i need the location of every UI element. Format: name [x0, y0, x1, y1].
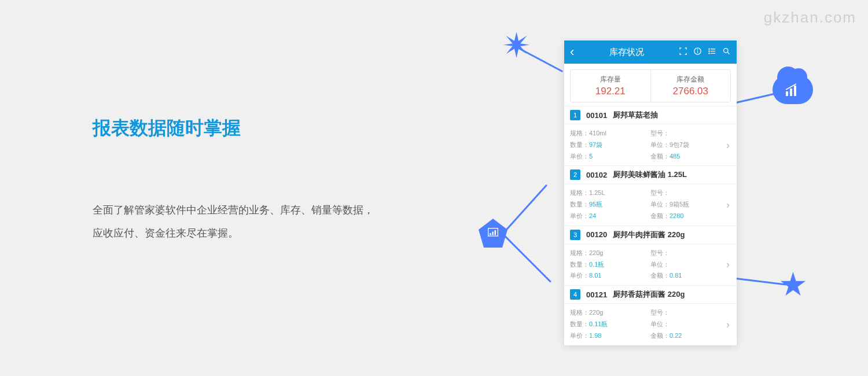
- item-model: 型号：: [650, 128, 731, 139]
- watermark-text: gkzhan.com: [764, 9, 856, 27]
- item-number: 1: [570, 110, 580, 120]
- item-body: 规格：410ml 型号： 数量：97袋 单位：9包7袋 单价：5 金额：485 …: [564, 124, 737, 165]
- item-spec: 规格：1.25L: [570, 187, 650, 199]
- item-header: 1 00101 厨邦草菇老抽: [564, 106, 737, 124]
- svg-rect-4: [495, 230, 496, 235]
- item-code: 00121: [586, 290, 607, 299]
- item-unit: 单位：9包7袋: [650, 139, 731, 151]
- item-spec: 规格：220g: [570, 307, 650, 319]
- header-title: 库存状况: [609, 47, 644, 58]
- svg-rect-7: [794, 86, 796, 96]
- item-name: 厨邦美味鲜酱油 1.25L: [613, 169, 687, 180]
- item-price: 单价：1.98: [570, 330, 650, 342]
- item-header: 4 00121 厨邦香菇拌面酱 220g: [564, 286, 737, 303]
- summary-qty-label: 库存量: [571, 75, 650, 84]
- svg-point-17: [723, 48, 728, 53]
- item-spec: 规格：410ml: [570, 128, 650, 139]
- item-amount: 金额：2280: [650, 211, 731, 222]
- item-number: 2: [570, 169, 580, 180]
- item-name: 厨邦牛肉拌面酱 220g: [613, 230, 685, 240]
- item-spec: 规格：220g: [570, 248, 650, 259]
- list-item[interactable]: 4 00121 厨邦香菇拌面酱 220g 规格：220g 型号： 数量：0.11…: [564, 285, 737, 345]
- page-description: 全面了解管家婆软件中企业经营的业务、库存、销量等数据，应收应付、资金往来尽在掌握…: [93, 199, 382, 245]
- item-body: 规格：220g 型号： 数量：0.1瓶 单位： 单价：8.01 金额：0.81 …: [564, 244, 737, 285]
- svg-rect-6: [790, 89, 792, 96]
- item-header: 2 00102 厨邦美味鲜酱油 1.25L: [564, 166, 737, 183]
- item-header: 3 00120 厨邦牛肉拌面酱 220g: [564, 226, 737, 244]
- item-code: 00101: [586, 111, 607, 120]
- item-unit: 单位：: [650, 319, 731, 330]
- info-icon[interactable]: [693, 47, 702, 58]
- cloud-chart-icon: [773, 75, 813, 104]
- list-item[interactable]: 3 00120 厨邦牛肉拌面酱 220g 规格：220g 型号： 数量：0.1瓶…: [564, 226, 737, 285]
- item-code: 00102: [586, 171, 607, 179]
- svg-rect-3: [492, 232, 494, 235]
- summary-amount-value: 2766.03: [651, 86, 731, 97]
- item-number: 3: [570, 230, 580, 240]
- item-amount: 金额：485: [650, 151, 731, 163]
- item-unit: 单位：9箱5瓶: [650, 199, 731, 211]
- connector-line: [503, 234, 551, 282]
- item-qty: 数量：0.1瓶: [570, 259, 650, 271]
- item-model: 型号：: [650, 248, 731, 259]
- starburst-icon: [503, 32, 529, 58]
- inventory-list: 1 00101 厨邦草菇老抽 规格：410ml 型号： 数量：97袋 单位：9包…: [564, 106, 737, 345]
- item-amount: 金额：0.81: [650, 270, 731, 282]
- pentagon-chart-icon: [479, 219, 507, 248]
- svg-point-15: [709, 50, 709, 51]
- scan-icon[interactable]: [679, 47, 687, 58]
- page-heading: 报表数据随时掌握: [93, 116, 382, 141]
- phone-mockup: ‹ 库存状况 库存量 192.21 库存金额 2766.03 1 00101 厨…: [564, 40, 737, 345]
- summary-amount[interactable]: 库存金额 2766.03: [651, 70, 731, 102]
- list-icon[interactable]: [708, 47, 716, 58]
- list-item[interactable]: 2 00102 厨邦美味鲜酱油 1.25L 规格：1.25L 型号： 数量：95…: [564, 165, 737, 225]
- chevron-right-icon: ›: [726, 199, 730, 211]
- item-qty: 数量：95瓶: [570, 199, 650, 211]
- app-header: ‹ 库存状况: [564, 40, 737, 64]
- svg-rect-2: [490, 233, 491, 235]
- item-qty: 数量：97袋: [570, 139, 650, 151]
- item-name: 厨邦草菇老抽: [613, 110, 658, 120]
- chevron-right-icon: ›: [726, 259, 730, 271]
- item-code: 00120: [586, 230, 607, 239]
- list-item[interactable]: 1 00101 厨邦草菇老抽 规格：410ml 型号： 数量：97袋 单位：9包…: [564, 106, 737, 165]
- summary-qty[interactable]: 库存量 192.21: [571, 70, 651, 102]
- item-price: 单价：8.01: [570, 270, 650, 282]
- svg-line-18: [727, 52, 729, 54]
- svg-point-10: [697, 49, 698, 50]
- connector-line: [503, 185, 547, 233]
- item-model: 型号：: [650, 187, 731, 199]
- item-qty: 数量：0.11瓶: [570, 319, 650, 330]
- svg-rect-5: [786, 91, 788, 96]
- chevron-right-icon: ›: [726, 139, 730, 151]
- item-amount: 金额：0.22: [650, 330, 731, 342]
- item-name: 厨邦香菇拌面酱 220g: [613, 289, 685, 300]
- item-number: 4: [570, 289, 580, 300]
- item-price: 单价：5: [570, 151, 650, 163]
- svg-point-16: [709, 53, 709, 53]
- item-price: 单价：24: [570, 211, 650, 222]
- svg-point-14: [709, 49, 709, 49]
- star-icon: [780, 272, 806, 298]
- left-content: 报表数据随时掌握 全面了解管家婆软件中企业经营的业务、库存、销量等数据，应收应付…: [93, 116, 382, 245]
- back-icon[interactable]: ‹: [570, 45, 574, 60]
- summary-amount-label: 库存金额: [651, 75, 731, 84]
- item-body: 规格：1.25L 型号： 数量：95瓶 单位：9箱5瓶 单价：24 金额：228…: [564, 183, 737, 225]
- search-icon[interactable]: [722, 47, 731, 58]
- item-body: 规格：220g 型号： 数量：0.11瓶 单位： 单价：1.98 金额：0.22…: [564, 303, 737, 345]
- item-model: 型号：: [650, 307, 731, 319]
- item-unit: 单位：: [650, 259, 731, 271]
- chevron-right-icon: ›: [726, 318, 730, 330]
- connector-line: [736, 278, 786, 285]
- summary-box: 库存量 192.21 库存金额 2766.03: [570, 69, 731, 102]
- svg-marker-0: [503, 32, 529, 58]
- summary-qty-value: 192.21: [571, 86, 650, 97]
